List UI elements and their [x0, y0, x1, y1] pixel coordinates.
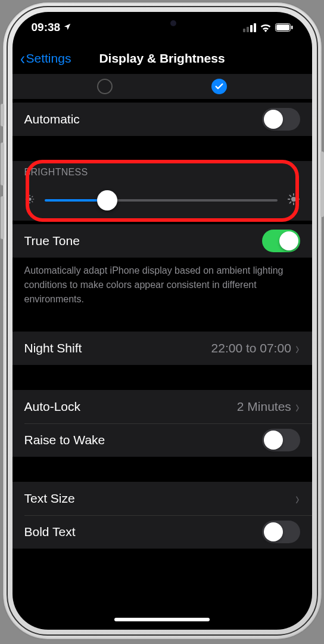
true-tone-label: True Tone: [24, 234, 262, 248]
brightness-highlight: BRIGHTNESS: [13, 161, 312, 221]
svg-rect-1: [276, 24, 289, 30]
true-tone-row[interactable]: True Tone: [13, 224, 312, 258]
battery-icon: [275, 23, 293, 32]
svg-point-3: [28, 197, 31, 200]
navigation-bar: ‹ Settings Display & Brightness: [13, 43, 312, 74]
auto-lock-value: 2 Minutes: [237, 400, 291, 414]
appearance-dark-radio[interactable]: [211, 79, 227, 94]
raise-to-wake-label: Raise to Wake: [24, 433, 262, 447]
location-icon: [63, 21, 71, 34]
page-title: Display & Brightness: [99, 51, 225, 66]
chevron-right-icon: ›: [295, 338, 300, 359]
volume-up-button: [1, 143, 4, 185]
bold-text-row[interactable]: Bold Text: [13, 515, 312, 549]
svg-line-19: [289, 202, 291, 203]
svg-line-9: [32, 202, 32, 202]
side-button: [320, 151, 324, 217]
back-label: Settings: [26, 51, 71, 66]
svg-line-18: [296, 202, 297, 203]
brightness-slider[interactable]: [45, 199, 278, 202]
brightness-slider-thumb[interactable]: [97, 190, 117, 210]
volume-down-button: [1, 196, 4, 239]
svg-line-17: [289, 195, 291, 196]
night-shift-value: 22:00 to 07:00: [211, 341, 291, 355]
status-time: 09:38: [32, 21, 61, 34]
night-shift-label: Night Shift: [24, 341, 211, 355]
true-tone-toggle[interactable]: [262, 230, 300, 252]
svg-point-12: [291, 197, 295, 202]
chevron-right-icon: ›: [295, 396, 300, 417]
back-button[interactable]: ‹ Settings: [20, 49, 71, 67]
svg-line-20: [296, 195, 297, 196]
appearance-selector: [13, 74, 312, 99]
text-size-row[interactable]: Text Size ›: [13, 482, 312, 515]
chevron-right-icon: ›: [295, 488, 300, 509]
brightness-header: BRIGHTNESS: [13, 161, 312, 182]
automatic-row[interactable]: Automatic: [13, 103, 312, 136]
raise-to-wake-row[interactable]: Raise to Wake: [13, 423, 312, 457]
night-shift-row[interactable]: Night Shift 22:00 to 07:00 ›: [13, 332, 312, 365]
svg-rect-2: [291, 26, 293, 29]
brightness-low-icon: [24, 194, 35, 207]
mute-switch: [1, 104, 4, 126]
screen: 09:38 ‹ Settings: [13, 12, 312, 630]
phone-frame: 09:38 ‹ Settings: [3, 2, 322, 639]
automatic-toggle[interactable]: [262, 108, 300, 131]
appearance-light-radio[interactable]: [97, 79, 113, 94]
automatic-label: Automatic: [24, 112, 262, 126]
chevron-left-icon: ‹: [20, 49, 25, 67]
svg-line-11: [32, 196, 32, 197]
svg-line-10: [27, 202, 27, 202]
text-size-label: Text Size: [24, 491, 295, 506]
bold-text-label: Bold Text: [24, 525, 262, 539]
brightness-high-icon: [287, 193, 300, 208]
home-indicator[interactable]: [114, 618, 210, 621]
notch: [92, 12, 232, 35]
svg-line-8: [27, 196, 27, 197]
brightness-slider-row: [13, 182, 312, 218]
true-tone-footer: Automatically adapt iPhone display based…: [13, 258, 312, 306]
wifi-icon: [260, 23, 272, 32]
auto-lock-label: Auto-Lock: [24, 400, 237, 414]
bold-text-toggle[interactable]: [262, 521, 300, 543]
raise-to-wake-toggle[interactable]: [262, 429, 300, 451]
cellular-signal-icon: [243, 23, 256, 32]
auto-lock-row[interactable]: Auto-Lock 2 Minutes ›: [13, 390, 312, 423]
